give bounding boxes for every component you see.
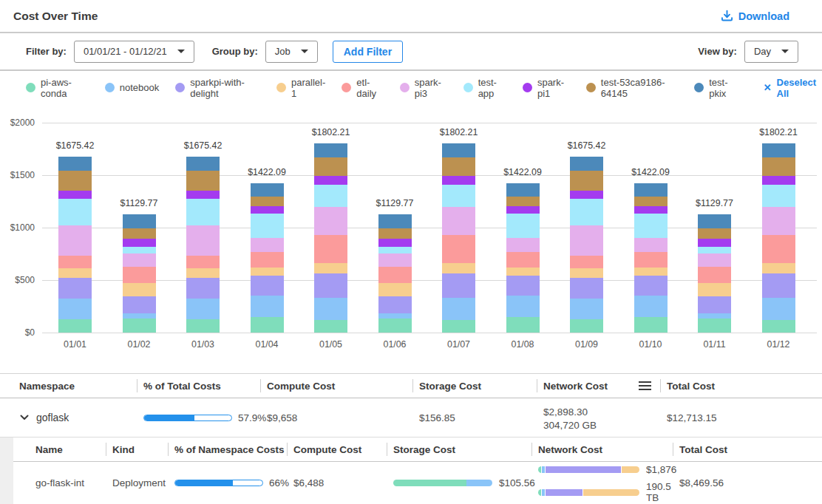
bar-segment-parallel-1[interactable] [251, 268, 284, 276]
legend-item-notebook[interactable]: notebook [105, 82, 160, 93]
bar-segment-spark-pi3[interactable] [442, 207, 475, 235]
bar-segment-spark-pi3[interactable] [123, 253, 156, 267]
bar-segment-sparkpi-with-delight[interactable] [570, 278, 603, 299]
bar-segment-spark-pi1[interactable] [634, 206, 668, 214]
bar-segment-sparkpi-with-delight[interactable] [762, 273, 795, 297]
bar-segment-spark-pi1[interactable] [570, 191, 603, 199]
bar-segment-etl-daily[interactable] [314, 235, 347, 263]
bar-segment-spark-pi1[interactable] [762, 176, 795, 185]
bar-segment-test-53ca9186-64145[interactable] [314, 157, 347, 176]
bar-segment-pi-aws-conda[interactable] [58, 319, 92, 333]
view-by-select[interactable]: Day [744, 41, 798, 63]
bar-segment-notebook[interactable] [186, 299, 220, 319]
add-filter-button[interactable]: Add Filter [333, 41, 403, 63]
legend-item-sparkpi-with-delight[interactable]: sparkpi-with-delight [175, 77, 260, 99]
bar-segment-sparkpi-with-delight[interactable] [186, 278, 220, 299]
bar-segment-sparkpi-with-delight[interactable] [378, 296, 412, 314]
bar-segment-parallel-1[interactable] [378, 283, 412, 296]
bar-segment-sparkpi-with-delight[interactable] [442, 273, 475, 297]
bar-segment-sparkpi-with-delight[interactable] [123, 296, 156, 314]
deselect-all-button[interactable]: ✕Deselect All [764, 77, 822, 99]
download-button[interactable]: Download [721, 10, 789, 22]
bar-segment-etl-daily[interactable] [698, 267, 731, 283]
chevron-down-icon[interactable] [19, 412, 30, 423]
bar-segment-test-53ca9186-64145[interactable] [762, 157, 795, 176]
bar-segment-test-53ca9186-64145[interactable] [442, 157, 475, 176]
bar-segment-test-app[interactable] [58, 199, 92, 225]
bar-segment-sparkpi-with-delight[interactable] [506, 276, 540, 295]
bar-segment-spark-pi1[interactable] [58, 191, 92, 199]
bar-segment-test-pkix[interactable] [506, 183, 540, 197]
bar-segment-parallel-1[interactable] [698, 283, 731, 296]
bar-segment-parallel-1[interactable] [58, 268, 92, 278]
bar-segment-test-pkix[interactable] [762, 143, 795, 157]
bar-segment-parallel-1[interactable] [123, 283, 156, 296]
bar-segment-spark-pi3[interactable] [506, 238, 540, 252]
bar-segment-test-pkix[interactable] [123, 214, 156, 228]
bar-segment-notebook[interactable] [442, 298, 475, 320]
bar-segment-pi-aws-conda[interactable] [251, 317, 284, 333]
bar-segment-test-app[interactable] [762, 185, 795, 206]
legend-item-spark-pi3[interactable]: spark-pi3 [400, 77, 447, 99]
bar-segment-parallel-1[interactable] [442, 263, 475, 273]
bar-segment-sparkpi-with-delight[interactable] [58, 278, 92, 299]
bar-segment-spark-pi1[interactable] [378, 239, 412, 247]
bar-segment-test-app[interactable] [123, 247, 156, 253]
bar-segment-spark-pi3[interactable] [186, 225, 220, 256]
legend-item-etl-daily[interactable]: etl-daily [342, 77, 383, 99]
bar-segment-test-53ca9186-64145[interactable] [698, 228, 731, 239]
bar-segment-spark-pi3[interactable] [378, 253, 412, 267]
bar-segment-test-53ca9186-64145[interactable] [570, 171, 603, 191]
bar-segment-notebook[interactable] [314, 298, 347, 320]
bar-segment-parallel-1[interactable] [634, 268, 668, 276]
bar-segment-sparkpi-with-delight[interactable] [314, 273, 347, 297]
bar-segment-spark-pi1[interactable] [442, 176, 475, 185]
bar-segment-parallel-1[interactable] [314, 263, 347, 273]
bar-segment-etl-daily[interactable] [506, 252, 540, 268]
bar-segment-notebook[interactable] [58, 299, 92, 319]
bar-segment-notebook[interactable] [762, 298, 795, 320]
bar-segment-spark-pi3[interactable] [634, 238, 668, 252]
bar-segment-pi-aws-conda[interactable] [634, 317, 668, 333]
bar-segment-test-pkix[interactable] [570, 157, 603, 170]
bar-segment-spark-pi1[interactable] [698, 239, 731, 247]
bar-segment-notebook[interactable] [634, 296, 668, 318]
bar-segment-test-pkix[interactable] [442, 143, 475, 157]
bar-segment-parallel-1[interactable] [506, 268, 540, 276]
bar-segment-etl-daily[interactable] [570, 256, 603, 268]
bar-segment-test-pkix[interactable] [378, 214, 412, 228]
bar-segment-test-53ca9186-64145[interactable] [251, 197, 284, 206]
bar-segment-spark-pi1[interactable] [251, 206, 284, 214]
bar-segment-spark-pi3[interactable] [570, 225, 603, 256]
bar-segment-spark-pi3[interactable] [314, 207, 347, 235]
bar-segment-test-app[interactable] [186, 199, 220, 225]
bar-segment-test-pkix[interactable] [634, 183, 668, 197]
bar-segment-pi-aws-conda[interactable] [570, 319, 603, 333]
bar-segment-etl-daily[interactable] [634, 252, 668, 268]
bar-segment-test-53ca9186-64145[interactable] [378, 228, 412, 239]
bar-segment-spark-pi3[interactable] [762, 207, 795, 235]
bar-segment-sparkpi-with-delight[interactable] [634, 276, 668, 295]
bar-segment-test-pkix[interactable] [698, 214, 731, 228]
legend-item-test-pkix[interactable]: test-pkix [694, 77, 738, 99]
bar-segment-pi-aws-conda[interactable] [314, 320, 347, 333]
bar-segment-pi-aws-conda[interactable] [762, 320, 795, 333]
column-settings-icon[interactable] [639, 381, 651, 390]
bar-segment-etl-daily[interactable] [442, 235, 475, 263]
bar-segment-test-app[interactable] [570, 199, 603, 225]
bar-segment-test-53ca9186-64145[interactable] [58, 171, 92, 191]
bar-segment-test-53ca9186-64145[interactable] [123, 228, 156, 239]
bar-segment-test-pkix[interactable] [314, 143, 347, 157]
bar-segment-pi-aws-conda[interactable] [186, 319, 220, 333]
bar-segment-pi-aws-conda[interactable] [123, 319, 156, 333]
bar-segment-test-pkix[interactable] [58, 157, 92, 170]
group-by-select[interactable]: Job [265, 41, 318, 63]
bar-segment-spark-pi3[interactable] [58, 225, 92, 256]
bar-segment-test-53ca9186-64145[interactable] [506, 197, 540, 206]
bar-segment-notebook[interactable] [570, 299, 603, 319]
bar-segment-spark-pi1[interactable] [186, 191, 220, 199]
bar-segment-test-app[interactable] [506, 214, 540, 239]
legend-item-parallel-1[interactable]: parallel-1 [276, 77, 325, 99]
bar-segment-test-app[interactable] [634, 214, 668, 239]
bar-segment-test-pkix[interactable] [186, 157, 220, 170]
